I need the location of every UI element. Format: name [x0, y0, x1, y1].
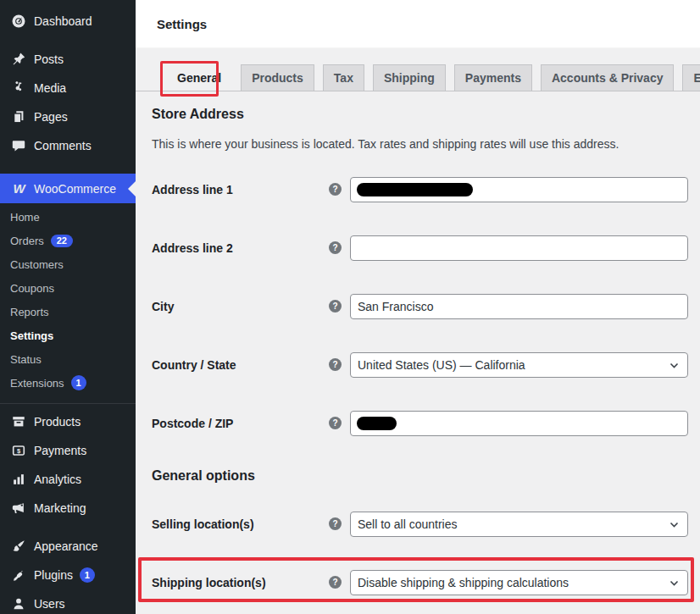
help-icon[interactable]: ? — [329, 358, 342, 371]
postcode-row: Postcode / ZIP ? — [152, 394, 700, 452]
sidebar-item-comments[interactable]: Comments — [0, 131, 136, 160]
main-content: Settings General Products Tax Shipping P… — [136, 0, 700, 614]
sidebar-item-dashboard[interactable]: Dashboard — [0, 7, 136, 36]
sidebar-item-label: Posts — [34, 53, 64, 66]
sidebar-item-plugins[interactable]: Plugins 1 — [0, 561, 136, 589]
chevron-down-icon — [669, 578, 680, 589]
submenu-item-home[interactable]: Home — [0, 205, 136, 229]
sidebar-item-marketing[interactable]: Marketing — [0, 494, 136, 523]
selling-locations-row: Selling location(s) ? Sell to all countr… — [152, 495, 700, 553]
tab-tax[interactable]: Tax — [323, 64, 364, 91]
chevron-down-icon — [669, 360, 680, 371]
country-state-row: Country / State ? United States (US) — C… — [152, 335, 700, 394]
store-address-heading: Store Address — [152, 107, 700, 122]
sidebar-item-pages[interactable]: Pages — [0, 102, 136, 131]
help-icon[interactable]: ? — [329, 517, 342, 530]
dollar-card-icon: $ — [10, 442, 27, 459]
comment-icon — [10, 137, 27, 154]
sidebar-item-label: Payments — [34, 444, 86, 457]
plug-icon — [10, 567, 27, 584]
sidebar-item-media[interactable]: Media — [0, 74, 136, 102]
media-icon — [10, 80, 27, 97]
sidebar-item-label: Appearance — [34, 539, 98, 553]
field-label: Address line 1 — [152, 183, 321, 196]
help-icon[interactable]: ? — [329, 241, 342, 254]
tab-accounts-privacy[interactable]: Accounts & Privacy — [541, 64, 675, 91]
field-label: Postcode / ZIP — [152, 417, 321, 430]
sidebar-item-payments[interactable]: $ Payments — [0, 436, 136, 465]
woocommerce-logo-icon: W — [10, 180, 27, 197]
sidebar-item-label: Analytics — [34, 473, 81, 486]
submenu-item-settings[interactable]: Settings — [0, 324, 136, 347]
woocommerce-header-bar: Settings — [136, 0, 700, 48]
help-icon[interactable]: ? — [329, 417, 342, 429]
tab-general[interactable]: General — [166, 64, 232, 91]
field-label: Address line 2 — [152, 241, 321, 255]
sidebar-item-label: Media — [34, 81, 66, 95]
sidebar-item-label: Comments — [34, 139, 92, 152]
megaphone-icon — [10, 500, 27, 517]
help-icon[interactable]: ? — [329, 300, 342, 313]
submenu-item-orders[interactable]: Orders22 — [0, 229, 136, 252]
sidebar-item-label: Dashboard — [34, 14, 92, 28]
dashboard-icon — [10, 13, 27, 30]
shipping-locations-row: Shipping location(s) ? Disable shipping … — [152, 553, 700, 611]
city-input[interactable] — [350, 294, 688, 319]
chevron-down-icon — [669, 519, 680, 530]
city-row: City ? — [152, 277, 700, 335]
country-state-select[interactable]: United States (US) — California — [350, 352, 688, 378]
help-icon[interactable]: ? — [329, 183, 342, 196]
tab-emails[interactable]: Emails — [682, 64, 700, 91]
svg-text:$: $ — [17, 447, 21, 455]
admin-sidebar: Dashboard Posts Media Pages Comments — [0, 0, 136, 614]
selling-locations-select[interactable]: Sell to all countries — [350, 512, 688, 537]
store-address-description: This is where your business is located. … — [152, 137, 700, 151]
shipping-locations-select[interactable]: Disable shipping & shipping calculations — [350, 570, 688, 595]
sidebar-item-products[interactable]: Products — [0, 407, 136, 436]
sidebar-item-posts[interactable]: Posts — [0, 45, 136, 74]
sidebar-item-label: WooCommerce — [34, 182, 116, 196]
tab-products[interactable]: Products — [241, 64, 314, 91]
sidebar-item-woocommerce[interactable]: W WooCommerce — [0, 174, 136, 203]
settings-tab-bar: General Products Tax Shipping Payments A… — [136, 48, 700, 91]
pages-icon — [10, 108, 27, 125]
field-label: City — [152, 300, 321, 313]
sidebar-item-label: Products — [34, 415, 81, 429]
pushpin-icon — [10, 51, 27, 68]
address-line-1-row: Address line 1 ? — [152, 160, 700, 218]
woocommerce-submenu: Home Orders22 Customers Coupons Reports … — [0, 203, 136, 400]
sidebar-item-label: Pages — [34, 110, 68, 124]
tab-shipping[interactable]: Shipping — [373, 64, 446, 91]
submenu-item-coupons[interactable]: Coupons — [0, 276, 136, 300]
submenu-item-reports[interactable]: Reports — [0, 300, 136, 324]
sidebar-item-users[interactable]: Users — [0, 589, 136, 614]
archive-box-icon — [10, 413, 27, 430]
tab-payments[interactable]: Payments — [454, 64, 532, 91]
submenu-item-customers[interactable]: Customers — [0, 252, 136, 276]
submenu-item-extensions[interactable]: Extensions1 — [0, 371, 136, 395]
field-label: Country / State — [152, 358, 321, 372]
address-line-2-row: Address line 2 ? — [152, 218, 700, 277]
user-icon — [10, 595, 27, 612]
sidebar-item-label: Marketing — [34, 501, 86, 515]
plugins-count-badge: 1 — [80, 567, 95, 583]
general-options-heading: General options — [152, 468, 700, 484]
sidebar-item-analytics[interactable]: Analytics — [0, 465, 136, 494]
sidebar-item-appearance[interactable]: Appearance — [0, 532, 136, 561]
postcode-input[interactable] — [350, 411, 688, 436]
sidebar-item-label: Users — [34, 597, 65, 611]
settings-form: Store Address This is where your busines… — [136, 91, 700, 611]
brush-icon — [10, 538, 27, 555]
sidebar-item-label: Plugins — [34, 568, 73, 582]
submenu-item-status[interactable]: Status — [0, 347, 136, 371]
orders-count-badge: 22 — [51, 235, 73, 247]
page-title: Settings — [157, 17, 207, 31]
extensions-count-badge: 1 — [71, 375, 86, 390]
help-icon[interactable]: ? — [329, 576, 342, 589]
sidebar-divider: Products $ Payments Analytics Marketing … — [0, 403, 136, 614]
field-label: Shipping location(s) — [152, 576, 321, 589]
address-line-2-input[interactable] — [350, 235, 688, 261]
redaction-bar — [357, 417, 397, 430]
redaction-bar — [357, 183, 473, 196]
bar-chart-icon — [10, 471, 27, 488]
